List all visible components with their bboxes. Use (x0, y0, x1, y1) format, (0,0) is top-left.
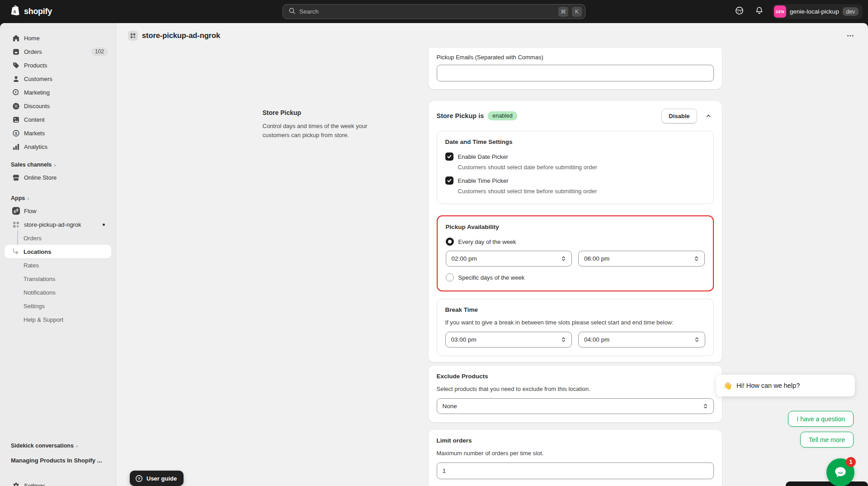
break-start-select[interactable]: 03:00 pm (445, 332, 572, 348)
enable-date-picker-row[interactable]: Enable Date Picker (445, 152, 705, 161)
pickup-emails-input[interactable] (437, 65, 714, 81)
sidekick-button[interactable] (733, 5, 746, 19)
sidebar-item-app-store-pickup[interactable]: store-pickup-ad-ngrok (0, 218, 116, 231)
sidebar-item-settings[interactable]: Settings (0, 479, 116, 486)
user-guide-button[interactable]: ? User guide (130, 471, 184, 486)
shopify-wordmark: shopify (24, 7, 52, 16)
start-time-value: 02:00 pm (452, 255, 477, 262)
chat-minimized-bar[interactable] (786, 481, 868, 486)
annotation-title: Store Pickup (263, 109, 410, 116)
sidebar-item-label: Marketing (24, 89, 50, 96)
notifications-button[interactable] (753, 5, 766, 19)
sidebar-subitem-notifications[interactable]: Notifications (0, 286, 116, 299)
sidebar-subitem-locations[interactable]: Locations (5, 245, 111, 258)
sidebar-item-analytics[interactable]: Analytics (0, 140, 116, 153)
disable-button[interactable]: Disable (661, 109, 697, 124)
sidebar-item-label: Content (24, 116, 45, 123)
sidebar-item-label: Online Store (24, 174, 57, 181)
break-end-select[interactable]: 04:00 pm (578, 332, 705, 348)
every-day-radio[interactable] (446, 238, 454, 246)
tree-arrow-icon (12, 248, 19, 257)
bell-icon (755, 6, 764, 17)
global-search[interactable]: ⌘ K (283, 4, 585, 19)
end-time-select[interactable]: 06:00 pm (578, 251, 705, 267)
updown-chevron-icon (694, 337, 700, 343)
chevron-right-icon: › (27, 195, 29, 202)
sidebar-item-discounts[interactable]: Discounts (0, 99, 116, 113)
chat-launcher-button[interactable]: 1 (826, 458, 854, 486)
chat-more-button[interactable]: Tell me more (800, 432, 854, 448)
specific-days-label: Specific days of the week (458, 274, 525, 281)
sidebar-item-orders[interactable]: Orders 102 (0, 45, 116, 58)
chat-greeting-text: Hi! How can we help? (736, 382, 800, 389)
every-day-option[interactable]: Every day of the week (446, 238, 705, 246)
settings-layout: Pickup Emails (Separated with Commas) St… (263, 48, 722, 486)
tag-icon (12, 62, 20, 69)
chat-question-button[interactable]: I have a question (788, 411, 854, 427)
main-content: store-pickup-ad-ngrok Pickup Emails (Sep… (116, 23, 868, 486)
exclude-products-select[interactable]: None (437, 398, 714, 414)
sidebar-subitem-translations[interactable]: Translations (0, 272, 116, 286)
kebab-icon (846, 32, 854, 40)
sidebar-item-content[interactable]: Content (0, 113, 116, 126)
break-time-section: Break Time If you want to give a break i… (437, 299, 714, 356)
sidebar-item-home[interactable]: Home (0, 31, 116, 45)
sidebar-item-label: Analytics (24, 143, 47, 150)
conversation-title: Managing Products In Shopify ... (11, 457, 102, 464)
limit-orders-description: Maximum number of orders per time slot. (437, 450, 714, 457)
shopify-logo[interactable]: S shopify (10, 5, 52, 19)
sidebar-item-online-store[interactable]: Online Store (0, 171, 116, 184)
sidebar-item-customers[interactable]: Customers (0, 72, 116, 86)
sidebar: Home Orders 102 Products Customers Marke… (0, 23, 116, 486)
globe-dollar-icon: $ (12, 129, 20, 137)
chevron-right-icon: › (54, 162, 56, 168)
subitem-label: Translations (24, 276, 55, 282)
enable-date-picker-description: Customers should select date before subm… (458, 164, 705, 171)
search-input[interactable] (299, 8, 555, 15)
sidekick-conversation-item[interactable]: Managing Products In Shopify ... (0, 453, 116, 467)
updown-chevron-icon (703, 403, 708, 409)
sidebar-item-label: Home (24, 35, 40, 42)
updown-chevron-icon (693, 256, 699, 262)
sidebar-subitem-orders[interactable]: Orders (0, 231, 116, 245)
pickup-availability-section: Pickup Availability Every day of the wee… (437, 215, 714, 291)
apps-header[interactable]: Apps › (0, 192, 116, 204)
limit-orders-input[interactable] (437, 462, 714, 479)
pickup-emails-label: Pickup Emails (Separated with Commas) (437, 54, 714, 61)
sidebar-item-label: Discounts (24, 103, 50, 110)
home-icon (12, 34, 20, 42)
page-actions-menu-button[interactable] (844, 29, 857, 42)
sidebar-item-label: Orders (24, 48, 42, 55)
sidebar-item-marketing[interactable]: Marketing (0, 86, 116, 99)
sidebar-item-markets[interactable]: $ Markets (0, 126, 116, 140)
cmd-key: ⌘ (558, 7, 568, 17)
sidekick-conversations-header[interactable]: Sidekick conversations › (0, 440, 116, 452)
specific-days-radio[interactable] (446, 273, 454, 281)
sidebar-subitem-rates[interactable]: Rates (0, 258, 116, 272)
check-icon (447, 178, 452, 183)
pickup-availability-title: Pickup Availability (446, 224, 705, 230)
sidebar-item-flow[interactable]: Flow (0, 204, 116, 218)
target-icon (12, 89, 20, 96)
break-time-title: Break Time (445, 306, 705, 313)
media-icon (12, 116, 20, 124)
pickup-emails-card: Pickup Emails (Separated with Commas) (429, 48, 722, 89)
enable-time-picker-checkbox[interactable] (445, 176, 453, 185)
check-icon (447, 154, 452, 159)
exclude-products-value: None (443, 403, 457, 410)
end-time-value: 06:00 pm (584, 255, 609, 262)
sidebar-item-products[interactable]: Products (0, 58, 116, 72)
enable-time-picker-row[interactable]: Enable Time Picker (445, 176, 705, 185)
sidebar-subitem-help-support[interactable]: Help & Support (0, 313, 116, 326)
store-menu[interactable]: GEN genie-local-pickup dev (773, 4, 863, 19)
app-frame: Home Orders 102 Products Customers Marke… (0, 23, 868, 486)
sidebar-subitem-settings[interactable]: Settings (0, 299, 116, 313)
enable-time-picker-description: Customers should select time before subm… (458, 188, 705, 195)
sidebar-item-label: Flow (24, 208, 36, 214)
collapse-section-button[interactable] (703, 110, 714, 121)
app-notification-dot (103, 224, 105, 226)
specific-days-option[interactable]: Specific days of the week (446, 273, 705, 281)
start-time-select[interactable]: 02:00 pm (446, 251, 572, 267)
sales-channels-header[interactable]: Sales channels › (0, 159, 116, 171)
enable-date-picker-checkbox[interactable] (445, 152, 453, 161)
